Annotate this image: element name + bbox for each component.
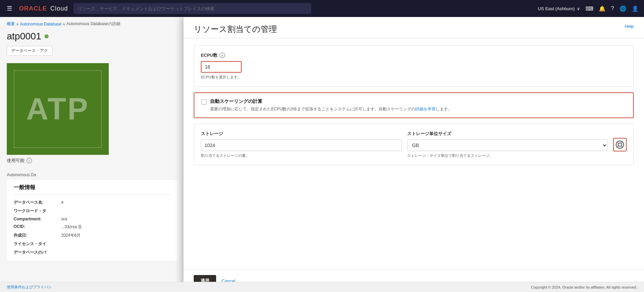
storage-grid: ストレージ 割り当てるストレージの量。 ストレージ単位サイズ GB TB ストレ… xyxy=(201,131,627,158)
label-ocid: OCID: xyxy=(14,224,61,230)
checkbox-content: 自動スケーリングの計算 需要の増加に応じて、指定されたECPU数の3倍まで拡張す… xyxy=(210,98,452,112)
db-name-section: atp0001 xyxy=(0,31,184,42)
status-info-icon[interactable]: i xyxy=(27,158,32,163)
terms-link[interactable]: 使用条件およびプライバシ xyxy=(7,285,52,290)
modal-panel: リソース割当ての管理 Help ECPU数 i ECPU数を選択します。 xyxy=(184,17,644,292)
oracle-text: ORACLE xyxy=(19,5,47,12)
value-compartment: ora xyxy=(61,217,67,221)
info-row-license: ライセンス・タイ xyxy=(14,240,170,248)
chevron-down-icon: ∨ xyxy=(577,6,580,11)
info-row-workload: ワークロード・タ xyxy=(14,207,170,215)
breadcrumb-detail: Autonomous Databaseの詳細 xyxy=(66,21,120,27)
autoscale-desc: 需要の増加に応じて、指定されたECPU数の3倍まで拡張することをシステムに許可し… xyxy=(210,106,452,112)
ecpu-input[interactable] xyxy=(201,61,242,73)
storage-unit-label: ストレージ単位サイズ xyxy=(407,131,608,137)
breadcrumb-separator-2: » xyxy=(63,22,65,26)
status-text: 使用可能 xyxy=(7,158,24,164)
database-action-button[interactable]: データベース・アク xyxy=(7,46,52,56)
label-license: ライセンス・タイ xyxy=(14,241,61,247)
autoscale-checkbox[interactable] xyxy=(201,99,207,105)
autoscale-section: 自動スケーリングの計算 需要の増加に応じて、指定されたECPU数の3倍まで拡張す… xyxy=(194,92,634,118)
modal-header: リソース割当ての管理 Help xyxy=(184,17,644,38)
help-icon[interactable]: ? xyxy=(611,5,614,12)
storage-unit-hint: ストレージ・サイズ単位で割り当てるストレージ。 xyxy=(407,153,608,158)
context-help-button[interactable] xyxy=(613,138,627,151)
svg-point-1 xyxy=(618,143,622,146)
cloud-text: Cloud xyxy=(48,5,68,12)
label-created: 作成日: xyxy=(14,233,61,238)
navbar-right: US East (Ashburn) ∨ ⌨ 🔔 ? 🌐 👤 xyxy=(538,5,639,12)
storage-input[interactable] xyxy=(201,140,402,151)
atp-logo-section: ATP 使用可能 i xyxy=(0,60,184,170)
ecpu-input-wrapper xyxy=(201,61,242,73)
label-compartment: Compartment: xyxy=(14,217,61,221)
label-workload: ワークロード・タ xyxy=(14,208,61,214)
breadcrumb-autonomous-db[interactable]: Autonomous Database xyxy=(20,22,62,26)
ecpu-info-icon[interactable]: i xyxy=(220,53,225,58)
atp-label: ATP xyxy=(26,92,89,127)
user-icon[interactable]: 👤 xyxy=(632,5,639,12)
atp-status: 使用可能 i xyxy=(7,155,32,166)
help-icon-group xyxy=(613,138,627,158)
db-title: atp0001 xyxy=(7,31,41,42)
bell-icon[interactable]: 🔔 xyxy=(599,5,606,12)
ecpu-label: ECPU数 i xyxy=(201,52,627,58)
copyright-text: Copyright © 2024, Oracle and/or its affi… xyxy=(531,285,637,289)
footer-bar: 使用条件およびプライバシ Copyright © 2024, Oracle an… xyxy=(0,282,644,292)
storage-unit-select[interactable]: GB TB xyxy=(407,140,608,151)
right-panel: リソース割当ての管理 Help ECPU数 i ECPU数を選択します。 xyxy=(184,17,644,292)
label-db-version: データベースのバ xyxy=(14,250,61,255)
oracle-logo: ORACLE Cloud xyxy=(19,5,68,12)
menu-icon[interactable]: ☰ xyxy=(5,3,14,14)
storage-label: ストレージ xyxy=(201,131,402,137)
general-info-title: 一般情報 xyxy=(14,184,170,195)
breadcrumb-overview[interactable]: 概要 xyxy=(7,21,15,27)
region-label: US East (Ashburn) xyxy=(538,6,575,11)
search-input[interactable] xyxy=(73,3,311,14)
breadcrumb: 概要 » Autonomous Database » Autonomous Da… xyxy=(0,17,184,31)
general-info-section: 一般情報 データベース名: a ワークロード・タ Compartment: or… xyxy=(7,180,177,261)
autoscale-learn-more-link[interactable]: 詳細を学習 xyxy=(415,107,436,111)
storage-amount-group: ストレージ 割り当てるストレージの量。 xyxy=(201,131,402,158)
lifebuoy-icon xyxy=(615,140,624,149)
checkbox-row: 自動スケーリングの計算 需要の増加に応じて、指定されたECPU数の3倍まで拡張す… xyxy=(201,98,626,112)
storage-section: ストレージ 割り当てるストレージの量。 ストレージ単位サイズ GB TB ストレ… xyxy=(194,124,634,165)
modal-title: リソース割当ての管理 xyxy=(194,24,277,35)
code-icon[interactable]: ⌨ xyxy=(586,5,593,12)
value-ocid: ...33zrsa 亘 xyxy=(61,224,82,230)
label-dbname: データベース名: xyxy=(14,200,61,205)
region-selector[interactable]: US East (Ashburn) ∨ xyxy=(538,6,580,11)
autoscale-label: 自動スケーリングの計算 xyxy=(210,98,452,105)
ecpu-hint: ECPU数を選択します。 xyxy=(201,75,627,80)
atp-logo-box: ATP xyxy=(7,63,109,155)
ecpu-section: ECPU数 i ECPU数を選択します。 xyxy=(194,45,634,87)
left-panel: 概要 » Autonomous Database » Autonomous Da… xyxy=(0,17,184,292)
modal-body: ECPU数 i ECPU数を選択します。 自動スケーリングの計算 xyxy=(184,38,644,269)
main-layout: 概要 » Autonomous Database » Autonomous Da… xyxy=(0,17,644,292)
partial-section: Autonomous Da xyxy=(0,170,184,180)
info-row-db-version: データベースのバ xyxy=(14,248,170,257)
globe-icon[interactable]: 🌐 xyxy=(620,5,626,12)
help-link[interactable]: Help xyxy=(625,24,634,29)
storage-unit-group: ストレージ単位サイズ GB TB ストレージ・サイズ単位で割り当てるストレージ。 xyxy=(407,131,608,158)
info-row-dbname: データベース名: a xyxy=(14,198,170,207)
action-buttons: データベース・アク xyxy=(0,42,184,60)
breadcrumb-separator-1: » xyxy=(16,22,19,26)
info-row-created: 作成日: 2024年6月 xyxy=(14,231,170,240)
info-row-compartment: Compartment: ora xyxy=(14,215,170,223)
status-dot xyxy=(45,34,49,38)
info-row-ocid: OCID: ...33zrsa 亘 xyxy=(14,223,170,231)
value-created: 2024年6月 xyxy=(61,233,81,238)
storage-hint: 割り当てるストレージの量。 xyxy=(201,153,402,158)
value-dbname: a xyxy=(61,200,64,205)
navbar: ☰ ORACLE Cloud US East (Ashburn) ∨ ⌨ 🔔 ?… xyxy=(0,0,644,17)
